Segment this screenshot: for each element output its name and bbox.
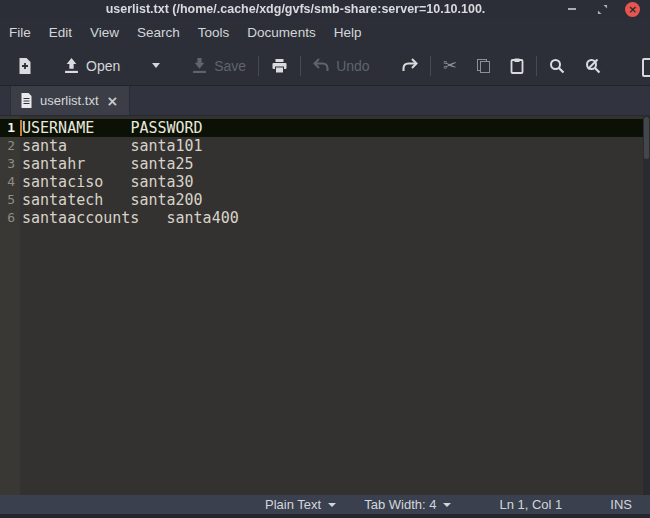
line-number: 5 [0, 191, 20, 209]
menu-edit[interactable]: Edit [40, 20, 81, 45]
open-button[interactable]: Open [59, 54, 125, 77]
document-icon [20, 93, 33, 108]
toolbar-separator [258, 56, 259, 76]
paste-icon [510, 58, 524, 74]
restore-icon [597, 4, 608, 15]
line-number: 4 [0, 173, 20, 191]
clipped-toolbar-icon [642, 58, 650, 77]
redo-icon [402, 58, 418, 73]
close-icon: × [107, 93, 119, 109]
toolbar-separator [536, 56, 537, 76]
toolbar: Open Save Undo [0, 46, 650, 86]
insert-mode-indicator: INS [610, 497, 632, 512]
tab-userlist[interactable]: userlist.txt × [10, 86, 130, 115]
status-bar: Plain Text Tab Width: 4 Ln 1, Col 1 INS [0, 495, 650, 514]
menu-search[interactable]: Search [128, 20, 189, 45]
copy-icon [477, 59, 490, 73]
editor-line: 2 santa santa101 [0, 137, 650, 155]
line-text: santaciso santa30 [20, 173, 194, 191]
editor-line: 3 santahr santa25 [0, 155, 650, 173]
minimize-button[interactable] [565, 2, 579, 16]
text-cursor [20, 120, 22, 136]
editor-line: 6 santaaccounts santa400 [0, 209, 650, 227]
open-dropdown-button[interactable] [147, 59, 165, 72]
cut-icon: ✂ [443, 57, 457, 74]
restore-button[interactable] [595, 2, 609, 16]
menu-file[interactable]: File [0, 20, 40, 45]
paste-button[interactable] [505, 54, 529, 78]
tab-label: userlist.txt [40, 93, 99, 108]
print-button[interactable] [266, 54, 293, 78]
new-document-button[interactable] [12, 54, 37, 78]
copy-button[interactable] [472, 55, 495, 77]
tab-width-label: Tab Width: 4 [364, 497, 436, 512]
editor-line: 5 santatech santa200 [0, 191, 650, 209]
toolbar-separator [430, 56, 431, 76]
line-text: santahr santa25 [20, 155, 194, 173]
title-bar: userlist.txt (/home/.cache/xdg/gvfs/smb-… [0, 0, 650, 18]
print-icon [271, 58, 288, 74]
chevron-down-icon [152, 63, 160, 68]
save-label: Save [214, 59, 246, 73]
cursor-position: Ln 1, Col 1 [499, 497, 562, 512]
tab-close-button[interactable]: × [106, 94, 120, 108]
search-button[interactable] [544, 54, 570, 78]
toolbar-separator [300, 56, 301, 76]
menu-bar: File Edit View Search Tools Documents He… [0, 18, 650, 46]
save-button[interactable]: Save [187, 54, 251, 77]
undo-button[interactable]: Undo [308, 54, 374, 77]
undo-icon [313, 58, 329, 73]
line-number: 3 [0, 155, 20, 173]
tab-bar: userlist.txt × [0, 86, 650, 116]
chevron-down-icon [443, 503, 451, 507]
open-icon [64, 58, 79, 73]
window-edge [0, 514, 650, 518]
chevron-down-icon [328, 503, 336, 507]
line-number: 6 [0, 209, 20, 227]
gedit-window: userlist.txt (/home/.cache/xdg/gvfs/smb-… [0, 0, 650, 518]
close-icon: × [628, 4, 637, 15]
search-replace-icon [585, 58, 601, 74]
menu-view[interactable]: View [81, 20, 128, 45]
cut-button[interactable]: ✂ [438, 53, 462, 78]
open-label: Open [86, 59, 120, 73]
close-button[interactable]: × [625, 2, 640, 17]
language-selector[interactable]: Plain Text [265, 497, 336, 512]
line-text: USERNAME PASSWORD [20, 119, 203, 137]
editor-text-area[interactable]: 1 USERNAME PASSWORD 2 santa santa101 3 s… [0, 116, 650, 495]
menu-tools[interactable]: Tools [189, 20, 239, 45]
save-icon [192, 58, 207, 73]
line-number: 1 [0, 119, 20, 137]
line-text: santaaccounts santa400 [20, 209, 239, 227]
undo-label: Undo [336, 59, 369, 73]
editor-line: 4 santaciso santa30 [0, 173, 650, 191]
menu-documents[interactable]: Documents [238, 20, 324, 45]
language-label: Plain Text [265, 497, 321, 512]
minimize-icon [568, 8, 576, 10]
redo-button[interactable] [397, 54, 423, 77]
search-replace-button[interactable] [580, 54, 606, 78]
vertical-scrollbar[interactable] [643, 116, 650, 495]
editor-line: 1 USERNAME PASSWORD [0, 119, 650, 137]
line-text: santa santa101 [20, 137, 203, 155]
window-title: userlist.txt (/home/.cache/xdg/gvfs/smb-… [30, 2, 561, 16]
scrollbar-thumb[interactable] [644, 117, 649, 159]
line-number: 2 [0, 137, 20, 155]
tab-width-selector[interactable]: Tab Width: 4 [364, 497, 451, 512]
menu-help[interactable]: Help [325, 20, 371, 45]
window-controls: × [565, 2, 650, 17]
editor-lines: 1 USERNAME PASSWORD 2 santa santa101 3 s… [0, 116, 650, 227]
line-text: santatech santa200 [20, 191, 203, 209]
search-icon [549, 58, 565, 74]
new-document-icon [17, 58, 32, 74]
